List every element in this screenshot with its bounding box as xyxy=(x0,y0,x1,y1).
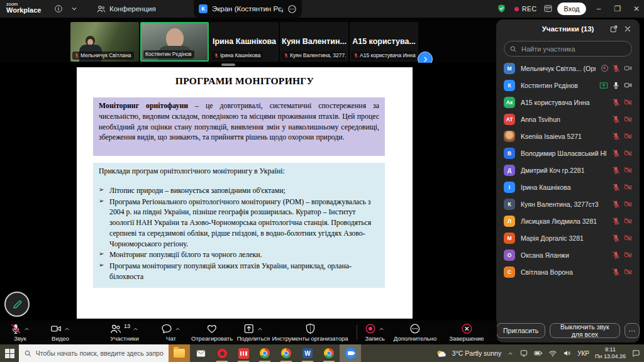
restore-button[interactable]: ❐ xyxy=(609,0,626,18)
avatar: К xyxy=(504,80,515,91)
video-tile-kashnikova[interactable]: Ірина Кашнікова Ірина Кашнікова xyxy=(210,22,279,62)
video-tile-melnychuk[interactable]: Мельничук Світлана xyxy=(70,22,139,62)
weather-icon[interactable] xyxy=(436,348,447,359)
close-panel-icon[interactable] xyxy=(623,25,632,33)
mic-muted-icon xyxy=(612,183,620,191)
video-tile-kuyan[interactable]: Куян Валентин... Куян Валентина, 3277... xyxy=(280,22,348,62)
audio-button[interactable]: Звук xyxy=(10,322,30,342)
floating-controls-handle[interactable] xyxy=(221,63,235,66)
record-button[interactable]: Запись xyxy=(365,322,385,342)
search-input[interactable] xyxy=(520,45,626,53)
participant-row[interactable]: Л Лисицкая Людмила 3281 xyxy=(496,212,640,229)
clock[interactable]: 9:11 Пн 13.04.26 xyxy=(595,346,626,361)
record-icon xyxy=(365,323,376,334)
participants-button[interactable]: 13 Участники xyxy=(110,322,139,342)
chat-button[interactable]: Чат xyxy=(161,322,181,342)
end-meeting-button[interactable]: Завершение xyxy=(449,322,484,342)
wifi-icon[interactable] xyxy=(548,349,557,358)
meeting-info-icon[interactable] xyxy=(54,4,63,13)
popout-icon[interactable] xyxy=(609,25,618,33)
chevron-up-icon[interactable] xyxy=(23,326,30,332)
participant-row[interactable]: К Костянтин Рєдінов xyxy=(496,77,640,94)
participant-row[interactable]: АТ Anna Tsvihun xyxy=(496,111,640,128)
participant-row[interactable]: С Світлана Ворона xyxy=(496,263,640,280)
invite-button[interactable]: Пригласить xyxy=(496,323,545,338)
mic-muted-icon xyxy=(612,149,620,157)
monitor-icon[interactable] xyxy=(519,349,528,358)
taskbar-search[interactable]: Чтобы начать поиск, введите здесь запрос xyxy=(19,344,169,362)
participant-row[interactable]: О Оксана Яланжи xyxy=(496,246,640,263)
mic-muted-icon xyxy=(612,251,620,259)
name-label: Мельничук Світлана xyxy=(72,52,134,60)
host-tools-button[interactable]: Инструменты организатора xyxy=(272,322,348,342)
word-app[interactable]: W xyxy=(297,344,318,362)
panel-more-button[interactable]: ⋯ xyxy=(625,323,640,338)
volume-icon[interactable] xyxy=(563,349,572,358)
file-explorer-app[interactable] xyxy=(169,344,190,362)
weather-text[interactable]: 3°C Partly sunny xyxy=(452,349,501,357)
participant-row[interactable]: М Марія Доргаліс 3281 xyxy=(496,229,640,246)
mute-all-button[interactable]: Выключить звук для всех xyxy=(550,323,619,338)
participant-search[interactable] xyxy=(504,41,632,57)
participant-row[interactable]: В Володимир Шалаєвський НПП Білобер... xyxy=(496,145,640,162)
participant-name: Мельничук Світла... (Организатор, я) xyxy=(521,65,596,72)
windows-logo-icon xyxy=(5,349,14,358)
share-screen-button[interactable]: Поделиться xyxy=(237,322,270,342)
language-indicator[interactable]: УКР xyxy=(577,350,589,357)
video-button[interactable]: Видео xyxy=(50,322,70,342)
mic-muted-icon xyxy=(612,132,620,140)
video-tile-redinov-active-speaker[interactable]: Костянтин Рєдінов xyxy=(140,22,209,62)
folder-icon xyxy=(174,349,185,358)
opera-app[interactable] xyxy=(211,344,233,362)
avatar: М xyxy=(504,63,515,74)
participant-row[interactable]: К Куян Валентина, 3277ст3 xyxy=(496,195,640,212)
camera-off-icon xyxy=(624,98,632,106)
examples-intro: Приклади програм орнітологічного монітор… xyxy=(99,166,379,177)
camera-icon xyxy=(624,64,632,72)
bullet-item: ➢Літопис природи – виконується заповідни… xyxy=(99,185,379,196)
chrome-profile-app[interactable] xyxy=(275,344,297,362)
participant-row[interactable]: Ак А15 користувача Инна xyxy=(496,94,640,111)
chevron-up-icon[interactable] xyxy=(174,326,181,332)
apps-grid-icon[interactable] xyxy=(543,4,553,13)
mic-muted-icon xyxy=(612,268,620,276)
chevron-up-icon[interactable] xyxy=(132,326,139,332)
tab-conference[interactable]: Конференция xyxy=(92,0,161,18)
chevron-up-icon[interactable] xyxy=(378,326,385,332)
participant-row[interactable]: Kseniia Isaieva 5271 xyxy=(496,128,640,145)
battery-icon[interactable] xyxy=(534,349,543,358)
video-tile-a15[interactable]: А15 користува... А15 користувача Инна xyxy=(350,22,418,62)
panel-footer: Пригласить Выключить звук для всех ⋯ xyxy=(496,323,640,338)
participants-list: М Мельничук Світла... (Организатор, я) К… xyxy=(496,60,640,280)
minimize-button[interactable]: – xyxy=(590,0,608,18)
chrome-app-2[interactable] xyxy=(318,344,340,362)
tray-expand-icon[interactable] xyxy=(507,350,514,357)
chevron-down-icon[interactable] xyxy=(70,5,78,13)
chrome-app[interactable] xyxy=(254,344,275,362)
red-app-icon xyxy=(238,348,249,359)
date: Пн 13.04.26 xyxy=(595,353,626,359)
notifications-icon[interactable] xyxy=(631,349,640,358)
participant-row[interactable]: І Ірина Кашнікова xyxy=(496,178,640,195)
time: 9:11 xyxy=(605,346,616,353)
camera-off-icon xyxy=(624,166,632,174)
participant-row[interactable]: Д Дмитрий Коч гр.2281 xyxy=(496,162,640,178)
red-app[interactable] xyxy=(233,344,254,362)
more-button[interactable]: Дополнительно xyxy=(394,322,436,342)
avatar: С xyxy=(504,266,515,278)
tab-more-icon[interactable] xyxy=(287,4,297,14)
mic-muted-icon xyxy=(612,200,620,208)
annotate-button[interactable] xyxy=(4,292,30,317)
chevron-up-icon[interactable] xyxy=(64,326,70,332)
mail-app[interactable] xyxy=(190,344,211,362)
participant-row[interactable]: М Мельничук Світла... (Организатор, я) xyxy=(496,60,640,77)
zoom-app[interactable] xyxy=(340,344,361,362)
login-button[interactable]: Вход xyxy=(557,3,586,15)
react-button[interactable]: Отреагировать xyxy=(191,322,233,342)
start-button[interactable] xyxy=(0,344,19,362)
camera-off-icon xyxy=(624,234,632,242)
chevron-up-icon[interactable] xyxy=(257,326,264,332)
close-button[interactable]: ✕ xyxy=(628,0,644,18)
tab-screen-share[interactable]: К Экран (Костянтин Рєдінов) xyxy=(194,0,302,18)
recording-indicator-icon xyxy=(601,65,608,72)
